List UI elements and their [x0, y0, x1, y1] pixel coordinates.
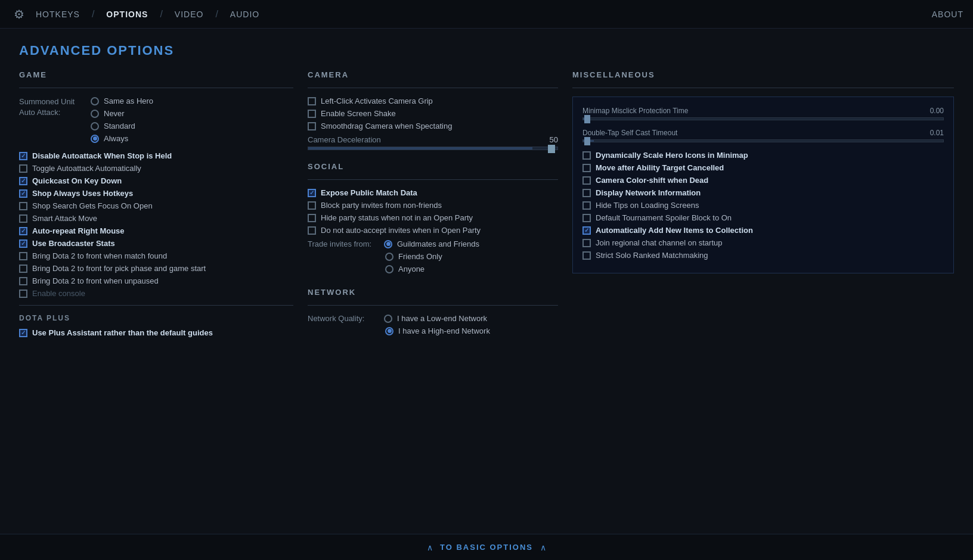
- social-checkbox-2[interactable]: Hide party status when not in an Open Pa…: [308, 213, 558, 222]
- camera-checkbox-1[interactable]: Enable Screen Shake: [308, 109, 558, 118]
- network-section-title: NETWORK: [308, 288, 558, 297]
- misc-checkbox-7[interactable]: Join regional chat channel on startup: [582, 238, 944, 247]
- camera-deceleration-slider[interactable]: [308, 147, 558, 150]
- misc-checkbox-box-3[interactable]: [582, 189, 591, 197]
- nav-audio[interactable]: AUDIO: [228, 10, 262, 19]
- nav-hotkeys[interactable]: HOTKEYS: [33, 10, 82, 19]
- misc-slider-value-1: 0.01: [930, 129, 944, 137]
- bottom-bar[interactable]: ∧ TO BASIC OPTIONS ∧: [0, 534, 973, 560]
- summoned-unit-label: Summoned UnitAuto Attack:: [19, 97, 79, 143]
- network-radio-highend-row[interactable]: I have a High-end Network: [385, 326, 558, 335]
- trade-radio-outer-1[interactable]: [385, 253, 393, 261]
- game-checkbox-8[interactable]: Bring Dota 2 to front when match found: [19, 251, 293, 260]
- game-checkbox-box-5[interactable]: [19, 214, 27, 223]
- misc-checkbox-box-4[interactable]: [582, 201, 591, 210]
- trade-radio-1[interactable]: Friends Only: [385, 252, 558, 261]
- game-checkbox-1[interactable]: Toggle Autoattack Automatically: [19, 164, 293, 173]
- camera-checkbox-label-1: Enable Screen Shake: [321, 109, 396, 118]
- camera-deceleration-thumb[interactable]: [548, 145, 555, 153]
- game-checkbox-7[interactable]: Use Broadcaster Stats: [19, 239, 293, 248]
- misc-checkbox-3[interactable]: Display Network Information: [582, 188, 944, 197]
- misc-checkbox-box-5[interactable]: [582, 214, 591, 222]
- nav-video[interactable]: VIDEO: [172, 10, 206, 19]
- summoned-radio-2[interactable]: Standard: [91, 122, 153, 130]
- summoned-unit-row: Summoned UnitAuto Attack: Same as HeroNe…: [19, 97, 293, 143]
- misc-checkbox-6[interactable]: Automatically Add New Items to Collectio…: [582, 226, 944, 235]
- camera-checkbox-box-2[interactable]: [308, 122, 316, 130]
- trade-label-guildmates: Guildmates and Friends: [397, 239, 479, 248]
- game-checkbox-6[interactable]: Auto-repeat Right Mouse: [19, 226, 293, 235]
- social-checkbox-3[interactable]: Do not auto-accept invites when in Open …: [308, 226, 558, 235]
- trade-radio-outer-2[interactable]: [385, 265, 393, 273]
- misc-checkbox-box-6[interactable]: [582, 226, 591, 235]
- gear-icon[interactable]: ⚙: [10, 5, 29, 24]
- dota-plus-checkbox-0[interactable]: Use Plus Assistant rather than the defau…: [19, 328, 293, 337]
- game-checkbox-box-1[interactable]: [19, 164, 27, 173]
- network-radio-highend[interactable]: [385, 327, 393, 335]
- trade-radio-guildmates[interactable]: [384, 240, 392, 248]
- social-checkbox-box-1[interactable]: [308, 201, 316, 210]
- misc-checkbox-box-7[interactable]: [582, 239, 591, 247]
- network-radio-lowend[interactable]: [384, 315, 392, 323]
- social-checkbox-box-0[interactable]: [308, 189, 316, 197]
- game-checkbox-box-4[interactable]: [19, 202, 27, 210]
- social-checkbox-box-2[interactable]: [308, 214, 316, 222]
- summoned-radio-outer-1[interactable]: [91, 110, 99, 118]
- bottom-arrow-left: ∧: [427, 543, 433, 552]
- game-checkbox-box-2[interactable]: [19, 177, 27, 185]
- main-content: ADVANCED OPTIONS GAME Summoned UnitAuto …: [0, 29, 973, 355]
- misc-checkbox-box-8[interactable]: [582, 251, 591, 260]
- summoned-radio-3[interactable]: Always: [91, 134, 153, 143]
- camera-deceleration-fill: [308, 147, 532, 150]
- misc-checkbox-box-2[interactable]: [582, 176, 591, 185]
- game-checkbox-box-0[interactable]: [19, 152, 27, 160]
- game-checkbox-box-11[interactable]: [19, 290, 27, 298]
- game-checkbox-10[interactable]: Bring Dota 2 to front when unpaused: [19, 276, 293, 285]
- misc-checkbox-box-0[interactable]: [582, 151, 591, 160]
- camera-checkbox-box-1[interactable]: [308, 110, 316, 118]
- social-checkbox-box-3[interactable]: [308, 226, 316, 235]
- game-checkbox-box-7[interactable]: [19, 239, 27, 248]
- game-checkbox-11[interactable]: Enable console: [19, 289, 293, 298]
- summoned-radio-outer-2[interactable]: [91, 122, 99, 130]
- summoned-radio-1[interactable]: Never: [91, 109, 153, 118]
- misc-checkbox-8[interactable]: Strict Solo Ranked Matchmaking: [582, 251, 944, 260]
- camera-checkbox-0[interactable]: Left-Click Activates Camera Grip: [308, 97, 558, 105]
- misc-checkbox-1[interactable]: Move after Ability Target Cancelled: [582, 163, 944, 172]
- misc-slider-thumb-0[interactable]: [584, 115, 590, 123]
- camera-checkbox-2[interactable]: Smoothdrag Camera when Spectating: [308, 122, 558, 130]
- misc-checkbox-4[interactable]: Hide Tips on Loading Screens: [582, 201, 944, 210]
- social-checkbox-1[interactable]: Block party invites from non-friends: [308, 201, 558, 210]
- game-checkbox-5[interactable]: Smart Attack Move: [19, 214, 293, 223]
- misc-slider-track-0[interactable]: [582, 117, 944, 120]
- game-checkbox-box-6[interactable]: [19, 227, 27, 235]
- misc-checkbox-label-3: Display Network Information: [596, 188, 701, 197]
- game-checkbox-box-8[interactable]: [19, 252, 27, 260]
- game-checkbox-2[interactable]: Quickcast On Key Down: [19, 176, 293, 185]
- summoned-radio-0[interactable]: Same as Hero: [91, 97, 153, 105]
- summoned-radio-label-2: Standard: [104, 122, 135, 130]
- game-checkbox-3[interactable]: Shop Always Uses Hotkeys: [19, 189, 293, 198]
- game-checkbox-0[interactable]: Disable Autoattack When Stop is Held: [19, 151, 293, 160]
- misc-slider-track-1[interactable]: [582, 139, 944, 142]
- game-checkbox-4[interactable]: Shop Search Gets Focus On Open: [19, 201, 293, 210]
- misc-checkbox-0[interactable]: Dynamically Scale Hero Icons in Minimap: [582, 151, 944, 160]
- nav-options[interactable]: OPTIONS: [104, 10, 150, 19]
- misc-slider-thumb-1[interactable]: [584, 137, 590, 145]
- summoned-radio-outer-3[interactable]: [91, 135, 99, 143]
- camera-checkbox-box-0[interactable]: [308, 97, 316, 105]
- trade-radio-2[interactable]: Anyone: [385, 265, 558, 273]
- summoned-radio-label-0: Same as Hero: [104, 97, 153, 105]
- social-checkbox-0[interactable]: Expose Public Match Data: [308, 188, 558, 197]
- game-section-title: GAME: [19, 70, 293, 79]
- summoned-radio-outer-0[interactable]: [91, 97, 99, 105]
- misc-checkbox-box-1[interactable]: [582, 164, 591, 172]
- game-checkbox-box-10[interactable]: [19, 277, 27, 285]
- game-checkbox-9[interactable]: Bring Dota 2 to front for pick phase and…: [19, 264, 293, 273]
- nav-about[interactable]: ABOUT: [932, 10, 963, 19]
- misc-checkbox-5[interactable]: Default Tournament Spoiler Block to On: [582, 213, 944, 222]
- game-checkbox-box-3[interactable]: [19, 189, 27, 198]
- dota-plus-checkbox-box-0[interactable]: [19, 329, 27, 337]
- game-checkbox-box-9[interactable]: [19, 265, 27, 273]
- misc-checkbox-2[interactable]: Camera Color-shift when Dead: [582, 176, 944, 185]
